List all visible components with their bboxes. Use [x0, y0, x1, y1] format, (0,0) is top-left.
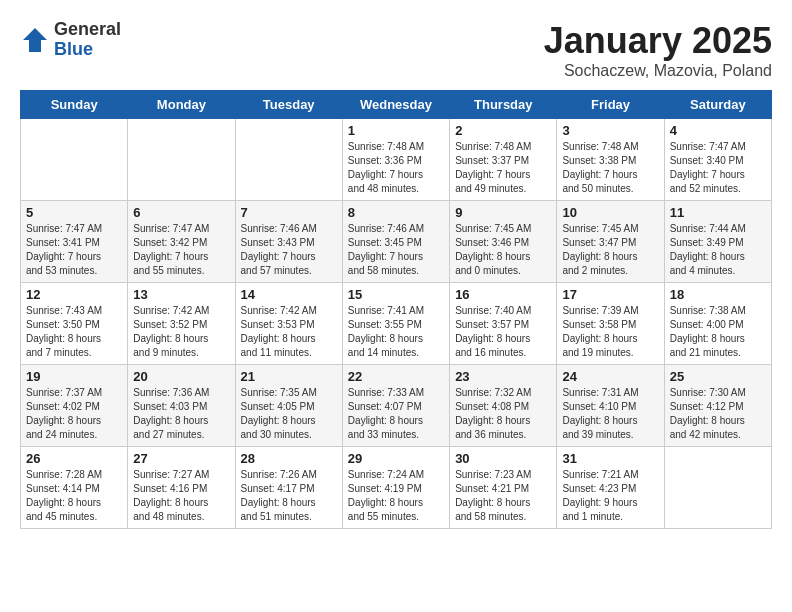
day-number: 11 [670, 205, 766, 220]
day-info: Sunrise: 7:47 AM Sunset: 3:40 PM Dayligh… [670, 140, 766, 196]
day-info: Sunrise: 7:24 AM Sunset: 4:19 PM Dayligh… [348, 468, 444, 524]
weekday-header-row: SundayMondayTuesdayWednesdayThursdayFrid… [21, 91, 772, 119]
logo-icon [20, 25, 50, 55]
calendar-cell: 21Sunrise: 7:35 AM Sunset: 4:05 PM Dayli… [235, 365, 342, 447]
day-number: 22 [348, 369, 444, 384]
day-info: Sunrise: 7:27 AM Sunset: 4:16 PM Dayligh… [133, 468, 229, 524]
calendar-cell: 23Sunrise: 7:32 AM Sunset: 4:08 PM Dayli… [450, 365, 557, 447]
calendar-cell: 15Sunrise: 7:41 AM Sunset: 3:55 PM Dayli… [342, 283, 449, 365]
day-number: 4 [670, 123, 766, 138]
day-number: 18 [670, 287, 766, 302]
day-info: Sunrise: 7:48 AM Sunset: 3:36 PM Dayligh… [348, 140, 444, 196]
logo: General Blue [20, 20, 121, 60]
calendar-cell: 3Sunrise: 7:48 AM Sunset: 3:38 PM Daylig… [557, 119, 664, 201]
calendar-cell: 29Sunrise: 7:24 AM Sunset: 4:19 PM Dayli… [342, 447, 449, 529]
day-number: 28 [241, 451, 337, 466]
day-info: Sunrise: 7:47 AM Sunset: 3:41 PM Dayligh… [26, 222, 122, 278]
weekday-header: Monday [128, 91, 235, 119]
day-info: Sunrise: 7:45 AM Sunset: 3:46 PM Dayligh… [455, 222, 551, 278]
day-info: Sunrise: 7:38 AM Sunset: 4:00 PM Dayligh… [670, 304, 766, 360]
calendar-cell: 9Sunrise: 7:45 AM Sunset: 3:46 PM Daylig… [450, 201, 557, 283]
day-info: Sunrise: 7:47 AM Sunset: 3:42 PM Dayligh… [133, 222, 229, 278]
day-number: 14 [241, 287, 337, 302]
calendar-cell [21, 119, 128, 201]
calendar-cell: 24Sunrise: 7:31 AM Sunset: 4:10 PM Dayli… [557, 365, 664, 447]
calendar-cell: 7Sunrise: 7:46 AM Sunset: 3:43 PM Daylig… [235, 201, 342, 283]
day-number: 1 [348, 123, 444, 138]
calendar-cell: 31Sunrise: 7:21 AM Sunset: 4:23 PM Dayli… [557, 447, 664, 529]
calendar-cell: 8Sunrise: 7:46 AM Sunset: 3:45 PM Daylig… [342, 201, 449, 283]
day-number: 21 [241, 369, 337, 384]
day-info: Sunrise: 7:32 AM Sunset: 4:08 PM Dayligh… [455, 386, 551, 442]
day-number: 24 [562, 369, 658, 384]
calendar-cell: 28Sunrise: 7:26 AM Sunset: 4:17 PM Dayli… [235, 447, 342, 529]
day-number: 7 [241, 205, 337, 220]
day-number: 30 [455, 451, 551, 466]
calendar-cell: 26Sunrise: 7:28 AM Sunset: 4:14 PM Dayli… [21, 447, 128, 529]
calendar-cell: 12Sunrise: 7:43 AM Sunset: 3:50 PM Dayli… [21, 283, 128, 365]
month-title: January 2025 [544, 20, 772, 62]
calendar-week-row: 19Sunrise: 7:37 AM Sunset: 4:02 PM Dayli… [21, 365, 772, 447]
day-number: 29 [348, 451, 444, 466]
day-number: 17 [562, 287, 658, 302]
page-header: General Blue January 2025 Sochaczew, Maz… [20, 20, 772, 80]
logo-text: General Blue [54, 20, 121, 60]
day-info: Sunrise: 7:35 AM Sunset: 4:05 PM Dayligh… [241, 386, 337, 442]
calendar-cell: 4Sunrise: 7:47 AM Sunset: 3:40 PM Daylig… [664, 119, 771, 201]
day-number: 6 [133, 205, 229, 220]
calendar-cell [235, 119, 342, 201]
calendar-cell: 19Sunrise: 7:37 AM Sunset: 4:02 PM Dayli… [21, 365, 128, 447]
day-info: Sunrise: 7:42 AM Sunset: 3:53 PM Dayligh… [241, 304, 337, 360]
day-info: Sunrise: 7:21 AM Sunset: 4:23 PM Dayligh… [562, 468, 658, 524]
weekday-header: Sunday [21, 91, 128, 119]
day-info: Sunrise: 7:26 AM Sunset: 4:17 PM Dayligh… [241, 468, 337, 524]
weekday-header: Friday [557, 91, 664, 119]
day-info: Sunrise: 7:33 AM Sunset: 4:07 PM Dayligh… [348, 386, 444, 442]
day-info: Sunrise: 7:40 AM Sunset: 3:57 PM Dayligh… [455, 304, 551, 360]
calendar-week-row: 12Sunrise: 7:43 AM Sunset: 3:50 PM Dayli… [21, 283, 772, 365]
weekday-header: Wednesday [342, 91, 449, 119]
calendar-cell: 17Sunrise: 7:39 AM Sunset: 3:58 PM Dayli… [557, 283, 664, 365]
day-number: 16 [455, 287, 551, 302]
calendar-cell: 10Sunrise: 7:45 AM Sunset: 3:47 PM Dayli… [557, 201, 664, 283]
calendar-cell: 14Sunrise: 7:42 AM Sunset: 3:53 PM Dayli… [235, 283, 342, 365]
day-number: 3 [562, 123, 658, 138]
day-number: 31 [562, 451, 658, 466]
weekday-header: Tuesday [235, 91, 342, 119]
day-info: Sunrise: 7:30 AM Sunset: 4:12 PM Dayligh… [670, 386, 766, 442]
day-number: 19 [26, 369, 122, 384]
day-number: 10 [562, 205, 658, 220]
day-info: Sunrise: 7:46 AM Sunset: 3:45 PM Dayligh… [348, 222, 444, 278]
calendar-cell: 6Sunrise: 7:47 AM Sunset: 3:42 PM Daylig… [128, 201, 235, 283]
day-number: 12 [26, 287, 122, 302]
calendar-week-row: 26Sunrise: 7:28 AM Sunset: 4:14 PM Dayli… [21, 447, 772, 529]
calendar-cell [664, 447, 771, 529]
location-subtitle: Sochaczew, Mazovia, Poland [544, 62, 772, 80]
calendar-cell: 13Sunrise: 7:42 AM Sunset: 3:52 PM Dayli… [128, 283, 235, 365]
day-number: 15 [348, 287, 444, 302]
calendar-cell: 5Sunrise: 7:47 AM Sunset: 3:41 PM Daylig… [21, 201, 128, 283]
day-number: 2 [455, 123, 551, 138]
day-number: 23 [455, 369, 551, 384]
calendar-cell: 25Sunrise: 7:30 AM Sunset: 4:12 PM Dayli… [664, 365, 771, 447]
calendar-cell: 20Sunrise: 7:36 AM Sunset: 4:03 PM Dayli… [128, 365, 235, 447]
day-info: Sunrise: 7:28 AM Sunset: 4:14 PM Dayligh… [26, 468, 122, 524]
day-info: Sunrise: 7:43 AM Sunset: 3:50 PM Dayligh… [26, 304, 122, 360]
day-info: Sunrise: 7:37 AM Sunset: 4:02 PM Dayligh… [26, 386, 122, 442]
calendar-cell: 2Sunrise: 7:48 AM Sunset: 3:37 PM Daylig… [450, 119, 557, 201]
calendar-cell: 22Sunrise: 7:33 AM Sunset: 4:07 PM Dayli… [342, 365, 449, 447]
weekday-header: Saturday [664, 91, 771, 119]
weekday-header: Thursday [450, 91, 557, 119]
day-info: Sunrise: 7:48 AM Sunset: 3:37 PM Dayligh… [455, 140, 551, 196]
day-number: 13 [133, 287, 229, 302]
calendar-week-row: 5Sunrise: 7:47 AM Sunset: 3:41 PM Daylig… [21, 201, 772, 283]
day-info: Sunrise: 7:48 AM Sunset: 3:38 PM Dayligh… [562, 140, 658, 196]
calendar-cell: 1Sunrise: 7:48 AM Sunset: 3:36 PM Daylig… [342, 119, 449, 201]
day-number: 20 [133, 369, 229, 384]
day-info: Sunrise: 7:45 AM Sunset: 3:47 PM Dayligh… [562, 222, 658, 278]
calendar-week-row: 1Sunrise: 7:48 AM Sunset: 3:36 PM Daylig… [21, 119, 772, 201]
day-number: 9 [455, 205, 551, 220]
day-info: Sunrise: 7:41 AM Sunset: 3:55 PM Dayligh… [348, 304, 444, 360]
day-info: Sunrise: 7:46 AM Sunset: 3:43 PM Dayligh… [241, 222, 337, 278]
calendar-cell: 18Sunrise: 7:38 AM Sunset: 4:00 PM Dayli… [664, 283, 771, 365]
